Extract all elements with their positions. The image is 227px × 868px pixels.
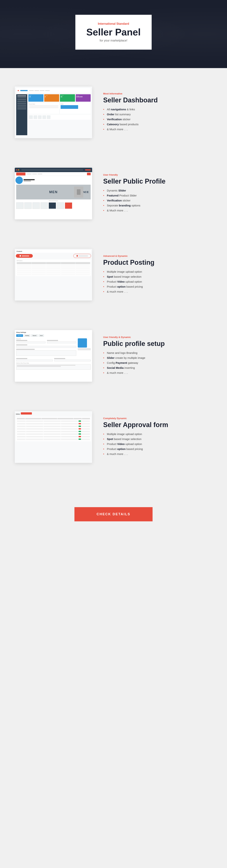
approval-form-list: Multiple image upload option Spot based … [103,432,212,456]
profile-list: Dynamic Slider Featured Product Slider V… [103,189,212,212]
list-item: Multiple image upload option [103,432,212,436]
profile-title: Seller Public Profile [103,177,212,185]
list-item: Name and logo Branding [103,351,212,354]
list-item: Verification sticker [103,199,212,202]
dashboard-screenshot: Orders 16 Pending 8 Products 32 [15,87,92,138]
list-item: Verification sticker [103,118,212,121]
feature-section-profile: User friendly Seller Public Profile Dyna… [15,160,212,227]
profile-screenshot: MEN ANCE Featured Products [15,168,92,219]
cta-section: CHECK DETAILS [0,496,227,536]
list-item: & much more . . . [103,290,212,293]
product-posting-tag: Advanced & Dynamic [103,255,212,257]
list-item: Product Video upload option [103,442,212,445]
dashboard-text: Most Informative Seller Dashboard All na… [103,92,212,133]
list-item: Product option based pricing [103,447,212,451]
list-item: Cateoory based products [103,123,212,126]
public-profile-setup-list: Name and logo Branding Slider create by … [103,351,212,374]
hero-subtitle: International Standard [86,22,141,26]
profile-text: User friendly Seller Public Profile Dyna… [103,174,212,214]
feature-section-approval-form: Sellers [15,404,212,470]
approval-form-title: Seller Approval form [103,421,212,429]
approval-form-text: Completely Dynamic Seller Approval form … [103,417,212,457]
check-details-button[interactable]: CHECK DETAILS [74,507,153,521]
feature-section-public-profile-setup: User friendly & Dynamic Public profile s… [15,323,212,389]
list-item: Dynamic Slider [103,189,212,192]
list-item: & Much more . . . [103,128,212,131]
list-item: Product Video upload option [103,280,212,283]
product-posting-title: Product Posting [103,258,212,267]
public-profile-setup-screenshot: Shop Settings Shop Info Branding Payment… [15,330,92,382]
public-profile-setup-title: Public profile setup [103,340,212,347]
list-item: & Much more . . . [103,209,212,212]
list-item: Product option based pricing [103,285,212,288]
hero-title: Seller Panel [86,27,141,37]
main-content: Orders 16 Pending 8 Products 32 [0,68,227,496]
list-item: Social Media inserting [103,366,212,369]
list-item: Spot based Image selection [103,437,212,440]
dashboard-list: All navigations & links Order list summa… [103,108,212,131]
list-item: & much more . . . [103,371,212,374]
list-item: Multiple image upload option [103,270,212,273]
approval-form-screenshot: Sellers [15,411,92,463]
hero-section: International Standard Seller Panel for … [0,0,227,68]
hero-description: for your marketplace! [86,39,141,42]
feature-section-dashboard: Orders 16 Pending 8 Products 32 [15,79,212,146]
list-item: Order list summary [103,113,212,116]
approval-form-tag: Completely Dynamic [103,417,212,420]
dashboard-tag: Most Informative [103,92,212,95]
dashboard-title: Seller Dashboard [103,96,212,104]
list-item: All navigations & links [103,108,212,111]
profile-tag: User friendly [103,174,212,176]
list-item: Spot based Image selection [103,275,212,278]
list-item: Config Payment gateway [103,361,212,364]
hero-card: International Standard Seller Panel for … [75,15,152,50]
product-posting-screenshot: Products All Products [15,249,92,301]
public-profile-setup-text: User friendly & Dynamic Public profile s… [103,336,212,376]
product-posting-text: Advanced & Dynamic Product Posting Multi… [103,255,212,295]
list-item: Slider create by multiple image [103,356,212,360]
list-item: Featured Product Slider [103,194,212,197]
list-item: Seporate branding options [103,204,212,207]
product-posting-list: Multiple image upload option Spot based … [103,270,212,293]
public-profile-setup-tag: User friendly & Dynamic [103,336,212,339]
feature-section-product-posting: Products All Products [15,242,212,308]
list-item: & much more . . . [103,452,212,456]
